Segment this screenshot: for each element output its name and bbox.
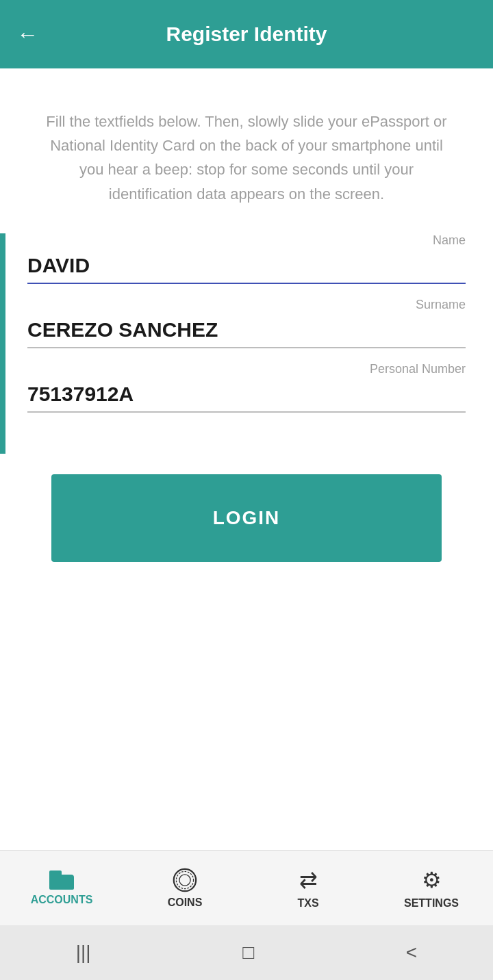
system-back-button[interactable]: < bbox=[406, 942, 417, 964]
settings-icon: ⚙ bbox=[422, 867, 442, 893]
surname-input[interactable] bbox=[27, 298, 466, 348]
surname-label: Surname bbox=[416, 298, 466, 312]
back-button[interactable]: ← bbox=[16, 23, 38, 45]
accounts-label: ACCOUNTS bbox=[31, 894, 93, 906]
main-content: Fill the textfields below. Then, slowly … bbox=[0, 68, 493, 850]
system-nav: ||| □ < bbox=[0, 925, 493, 980]
login-button-wrap: LOGIN bbox=[0, 454, 493, 589]
txs-icon: ⇄ bbox=[299, 867, 318, 893]
name-field-group: Name bbox=[27, 233, 466, 284]
app-header: ← Register Identity bbox=[0, 0, 493, 68]
svg-point-1 bbox=[176, 871, 193, 888]
page-title: Register Identity bbox=[52, 23, 441, 46]
instruction-area: Fill the textfields below. Then, slowly … bbox=[0, 68, 493, 233]
accounts-icon bbox=[49, 871, 74, 890]
personal-number-field-group: Personal Number bbox=[27, 362, 466, 413]
nav-item-settings[interactable]: ⚙ SETTINGS bbox=[390, 867, 472, 910]
svg-point-2 bbox=[179, 874, 190, 885]
recent-apps-button[interactable]: ||| bbox=[76, 942, 91, 964]
coins-icon bbox=[173, 868, 197, 892]
coins-label: COINS bbox=[168, 897, 203, 909]
nav-item-txs[interactable]: ⇄ TXS bbox=[267, 867, 349, 910]
nav-item-accounts[interactable]: ACCOUNTS bbox=[21, 871, 103, 906]
bottom-nav: ACCOUNTS COINS ⇄ TXS ⚙ SETTINGS bbox=[0, 850, 493, 925]
name-input[interactable] bbox=[27, 233, 466, 284]
txs-label: TXS bbox=[297, 897, 318, 910]
settings-label: SETTINGS bbox=[404, 897, 459, 910]
nav-item-coins[interactable]: COINS bbox=[144, 868, 226, 909]
home-button[interactable]: □ bbox=[242, 942, 254, 964]
name-label: Name bbox=[433, 233, 466, 248]
svg-point-0 bbox=[174, 868, 196, 890]
instruction-text: Fill the textfields below. Then, slowly … bbox=[41, 109, 452, 206]
form-area: Name Surname Personal Number bbox=[0, 233, 493, 454]
personal-number-label: Personal Number bbox=[370, 362, 466, 376]
surname-field-group: Surname bbox=[27, 298, 466, 348]
login-button[interactable]: LOGIN bbox=[51, 474, 442, 562]
